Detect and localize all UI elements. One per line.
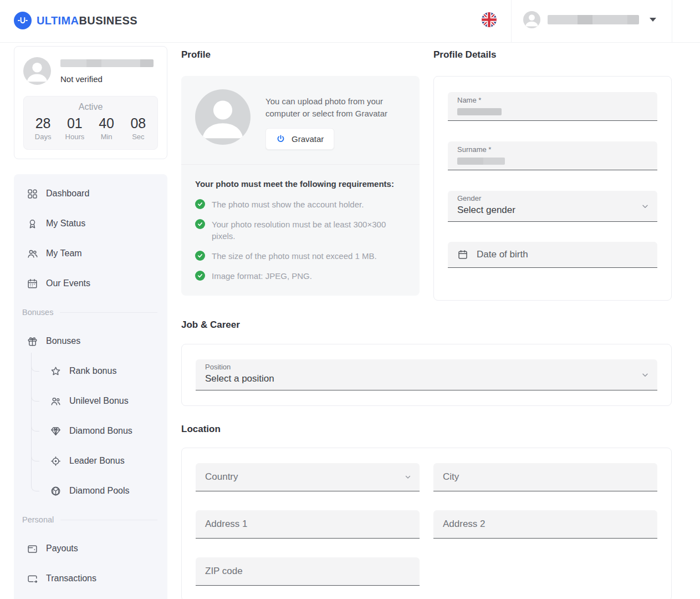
location-card: Country City Address 1 Address 2 ZIP cod…	[181, 448, 672, 599]
chevron-down-icon	[404, 473, 412, 481]
section-title-profile-details: Profile Details	[433, 48, 672, 62]
name-field[interactable]: Name *	[448, 92, 657, 121]
requirement-item: The photo must show the account holder.	[195, 199, 406, 210]
verification-status: Not verified	[60, 74, 158, 84]
profile-details-column: Profile Details Name * Surname * Gender …	[433, 46, 672, 301]
upload-hint-text: You can upload photo from your computer …	[265, 95, 401, 120]
wallet-icon	[27, 543, 38, 555]
brand-name-primary: ULTIMA	[37, 14, 79, 27]
timer-minutes: 40 Min	[91, 115, 122, 142]
redacted-name-value	[457, 108, 502, 115]
user-avatar	[23, 57, 51, 85]
page-title-profile: Profile	[181, 48, 420, 62]
profile-photo-placeholder[interactable]	[195, 89, 251, 145]
redacted-user-name	[548, 15, 639, 24]
brand-name-secondary: BUSINESS	[79, 14, 137, 27]
photo-upload-card: You can upload photo from your computer …	[181, 76, 420, 296]
profile-details-card: Name * Surname * Gender Select gender	[433, 76, 672, 301]
uk-flag-icon[interactable]	[482, 12, 497, 27]
requirement-item: Your photo resolution must be at least 3…	[195, 219, 406, 242]
photo-requirements: Your photo must meet the following requi…	[181, 164, 420, 296]
sidebar-item-payouts[interactable]: Payouts	[14, 534, 167, 564]
main-content: Profile You can upload photo from your c…	[181, 46, 672, 599]
gravatar-button[interactable]: Gravatar	[265, 128, 334, 150]
timer-hours: 01 Hours	[59, 115, 90, 142]
brand-logo: ULTIMABUSINESS	[14, 12, 137, 29]
user-menu[interactable]	[523, 11, 656, 28]
address2-field[interactable]: Address 2	[433, 510, 657, 539]
sidebar-item-my-team[interactable]: My Team	[14, 238, 167, 268]
subscription-timer: Active 28 Days 01 Hours 40 Min 08 Sec	[23, 96, 158, 150]
calendar-icon	[27, 278, 38, 290]
ultima-logo-icon	[14, 12, 32, 29]
sidebar-item-rank-bonus[interactable]: Rank bonus	[14, 356, 167, 386]
sidebar-item-diamond-bonus[interactable]: Diamond Bonus	[14, 416, 167, 446]
timer-days: 28 Days	[27, 115, 59, 142]
target-icon	[50, 455, 62, 467]
sidebar-item-leader-bonus[interactable]: Leader Bonus	[14, 446, 167, 476]
calendar-icon	[457, 249, 468, 260]
city-field[interactable]: City	[433, 463, 657, 491]
chevron-down-icon	[641, 370, 650, 379]
timer-seconds: 08 Sec	[122, 115, 154, 142]
job-career-card: Position Select a position	[181, 344, 672, 406]
divider	[60, 312, 157, 313]
check-icon	[195, 219, 205, 229]
top-header: ULTIMABUSINESS	[0, 0, 700, 43]
user-avatar	[523, 11, 540, 28]
check-icon	[195, 251, 205, 261]
sidebar-item-our-events[interactable]: Our Events	[14, 268, 167, 298]
section-title-job-career: Job & Career	[181, 318, 672, 332]
timer-state-label: Active	[27, 102, 154, 112]
team-icon	[27, 248, 38, 260]
chevron-down-icon	[650, 18, 656, 22]
sidebar-item-diamond-pools[interactable]: Diamond Pools	[14, 476, 167, 506]
sidebar-item-dashboard[interactable]: Dashboard	[14, 179, 167, 209]
sidebar-profile-card: Not verified Active 28 Days 01 Hours 40 …	[14, 46, 167, 159]
divider	[60, 520, 157, 520]
position-select[interactable]: Position Select a position	[196, 359, 657, 390]
requirement-item: Image format: JPEG, PNG.	[195, 270, 406, 282]
address1-field[interactable]: Address 1	[196, 510, 420, 539]
sidebar-item-bonuses[interactable]: Bonuses	[14, 326, 167, 356]
gender-select[interactable]: Gender Select gender	[448, 191, 657, 222]
country-select[interactable]: Country	[196, 463, 420, 491]
header-divider	[511, 0, 512, 42]
sidebar-item-unilevel-bonus[interactable]: Unilevel Bonus	[14, 386, 167, 416]
sidebar-nav: Dashboard My Status My Team Our Events B…	[14, 174, 167, 599]
diamond-icon	[50, 425, 62, 437]
date-of-birth-field[interactable]: Date of birth	[448, 242, 657, 268]
gem-icon	[50, 485, 62, 497]
users-icon	[50, 395, 62, 407]
surname-field[interactable]: Surname *	[448, 141, 657, 170]
dashboard-icon	[27, 188, 38, 200]
award-icon	[27, 218, 38, 230]
gift-icon	[27, 336, 38, 347]
section-label-bonuses: Bonuses	[14, 298, 167, 326]
section-title-location: Location	[181, 423, 672, 436]
redacted-surname-value	[457, 158, 505, 165]
zip-code-field[interactable]: ZIP code	[196, 557, 420, 586]
check-icon	[195, 199, 205, 209]
requirement-item: The size of the photo must not exceed 1 …	[195, 250, 406, 262]
sidebar: Not verified Active 28 Days 01 Hours 40 …	[14, 46, 167, 599]
star-icon	[50, 366, 62, 377]
requirements-title: Your photo must meet the following requi…	[195, 179, 406, 189]
check-icon	[195, 271, 205, 281]
sidebar-item-my-status[interactable]: My Status	[14, 209, 167, 238]
header-divider	[672, 0, 672, 42]
gravatar-power-icon	[276, 134, 285, 144]
sidebar-item-transactions[interactable]: Transactions	[14, 564, 167, 593]
card-arrow-icon	[27, 573, 38, 585]
section-label-personal: Personal	[14, 506, 167, 534]
profile-photo-column: Profile You can upload photo from your c…	[181, 46, 420, 301]
bonuses-submenu: Rank bonus Unilevel Bonus Diamond Bonus …	[14, 356, 167, 506]
redacted-user-name	[60, 59, 154, 67]
chevron-down-icon	[641, 202, 650, 211]
